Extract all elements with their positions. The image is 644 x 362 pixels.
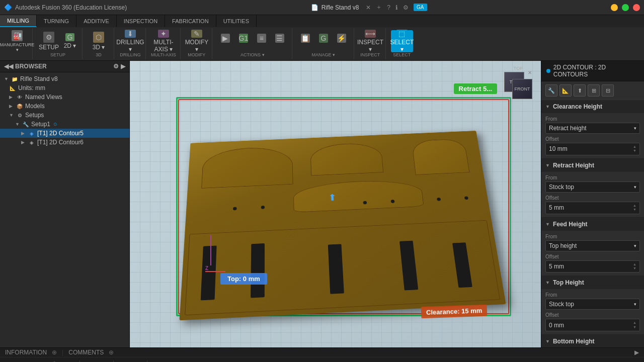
tab-milling[interactable]: MILLING [0, 15, 37, 27]
file-icon: 📄 [311, 4, 318, 11]
section-arrow: ▼ [545, 339, 550, 344]
tab-turning[interactable]: TURNING [37, 15, 76, 27]
tree-item-contour5[interactable]: ▶ ◈ [T1] 2D Contour5 [0, 129, 129, 138]
top-from-select[interactable]: Stock top ▾ [545, 299, 640, 310]
feed-offset-input[interactable]: 5 mm ▲ ▼ [545, 260, 640, 273]
action4-button[interactable]: ☰ [272, 30, 288, 46]
panel-tool2-button[interactable]: 📐 [559, 84, 572, 97]
add-doc-icon[interactable]: ＋ [376, 3, 382, 12]
tab-additive[interactable]: ADDITIVE [76, 15, 117, 27]
tree-item-models[interactable]: ▶ 📦 Models [0, 102, 129, 111]
panel-tool3-button[interactable]: ⬆ [574, 84, 586, 97]
feed-from-select[interactable]: Top height ▾ [545, 240, 640, 251]
grid-icon[interactable]: ⊞ [83, 359, 95, 362]
modify-button[interactable]: ✎ MODIFY ▾ [186, 30, 208, 52]
action2-button[interactable]: G1 [235, 30, 252, 46]
panel-collapse-icon[interactable]: ▶ [634, 349, 639, 356]
collapse-icon[interactable]: ◀◀ [4, 63, 13, 70]
cube-close-icon[interactable]: ✕ [528, 70, 532, 75]
group-inspect: ⟷ INSPECT ▾ INSPECT [355, 28, 386, 59]
spin-up-icon[interactable]: ▲ [633, 262, 636, 266]
3d-icon: ⬡ [93, 32, 104, 43]
section-feed-height-header[interactable]: ▼ Feed Height [541, 218, 644, 231]
action1-button[interactable]: ▶ [217, 30, 233, 46]
panel-tool1-button[interactable]: 🔧 [545, 84, 557, 97]
tab-utilities[interactable]: UTILITIES [216, 15, 257, 27]
select-tool-icon[interactable]: ◈ [150, 359, 163, 362]
info-expand-icon[interactable]: ⊕ [52, 349, 57, 356]
inspect-button[interactable]: ⟷ INSPECT ▾ [359, 30, 381, 52]
tree-item-setup1[interactable]: ▼ 🔧 Setup1 ⊙ [0, 120, 129, 129]
viewport[interactable]: ⬆ Z Retract 5... Top: 0 mm Clearance: 15… [130, 61, 541, 347]
spin-arrows[interactable]: ▲ ▼ [633, 204, 636, 212]
tab-inspection[interactable]: INSPECTION [117, 15, 165, 27]
section-clearance-height-header[interactable]: ▼ Clearance Height [541, 100, 644, 113]
panel-tool4-button[interactable]: ⊞ [588, 84, 600, 97]
clearance-from-select[interactable]: Retract height ▾ [545, 123, 640, 134]
retract-from-select[interactable]: Stock top ▾ [545, 182, 640, 193]
spin-arrows[interactable]: ▲ ▼ [633, 262, 636, 271]
select-button[interactable]: ⬚ SELECT ▾ [391, 30, 413, 52]
display-icon[interactable]: ▣ [98, 359, 110, 362]
tree-arrow: ▶ [21, 140, 26, 145]
setup-button[interactable]: ⚙ SETUP [38, 30, 60, 52]
close-doc-icon[interactable]: ✕ [366, 4, 371, 11]
top-offset-input[interactable]: 0 mm ▲ ▼ [545, 319, 640, 331]
retract-offset-input[interactable]: 5 mm ▲ ▼ [545, 202, 640, 214]
sketch-icon[interactable]: ✦ [166, 359, 178, 362]
manage3-button[interactable]: ⚡ [334, 30, 350, 46]
panel-tool5-button[interactable]: ⊟ [602, 84, 614, 97]
manage2-button[interactable]: G [315, 30, 332, 46]
section-bottom-height-header[interactable]: ▼ Bottom Height [541, 335, 644, 347]
manufacture-dropdown-button[interactable]: 🏭 MANUFACTURE ▾ [6, 30, 28, 52]
tree-item-namedviews[interactable]: ▶ 👁 Named Views [0, 93, 129, 102]
spin-up-icon[interactable]: ▲ [633, 321, 636, 325]
home-icon[interactable]: ⌂ [4, 359, 16, 362]
spin-down-icon[interactable]: ▼ [633, 325, 636, 329]
zoom-icon[interactable]: 🔍 [49, 359, 61, 362]
manage1-button[interactable]: 📋 [297, 30, 313, 46]
tree-item-contour6[interactable]: ▶ ◈ [T1] 2D Contour6 [0, 138, 129, 147]
fit-icon[interactable]: ⊙ [64, 359, 76, 362]
spin-down-icon[interactable]: ▼ [633, 266, 636, 270]
pan-icon[interactable]: ✋ [34, 359, 46, 362]
clearance-offset-input[interactable]: 10 mm ▲ ▼ [545, 143, 640, 155]
drilling-button[interactable]: ⬇ DRILLING ▾ [119, 30, 141, 52]
multiaxis-button[interactable]: ✦ MULTI-AXIS ▾ [152, 30, 175, 52]
spin-arrows[interactable]: ▲ ▼ [633, 321, 636, 329]
spin-up-icon[interactable]: ▲ [633, 145, 636, 149]
main-area: ◀◀ BROWSER ⚙ ▶ ▼ 📁 Rifle Stand v8 📐 Unit… [0, 61, 644, 347]
spin-arrows[interactable]: ▲ ▼ [633, 145, 636, 153]
tree-item-root[interactable]: ▼ 📁 Rifle Stand v8 [0, 74, 129, 83]
info2-icon[interactable]: ℹ [395, 4, 398, 11]
tree-arrow: ▶ [9, 104, 14, 109]
spin-down-icon[interactable]: ▼ [633, 149, 636, 153]
section-retract-height-header[interactable]: ▼ Retract Height [541, 159, 644, 172]
help-icon[interactable]: ? [387, 4, 390, 11]
group-3d: ⬡ 3D ▾ 3D [84, 28, 114, 59]
section-icon[interactable]: ◫ [117, 359, 129, 362]
close-button[interactable] [633, 4, 640, 11]
comments-expand-icon[interactable]: ⊕ [109, 349, 114, 356]
settings-icon[interactable]: ⚙ [403, 4, 409, 11]
spin-up-icon[interactable]: ▲ [633, 204, 636, 208]
3d-button[interactable]: ⬡ 3D ▾ [88, 30, 110, 52]
action3-button[interactable]: ≡ [254, 30, 270, 46]
animate-icon[interactable]: ⟳ [132, 359, 144, 362]
setups-icon: ⚙ [16, 112, 23, 119]
2d-dropdown-button[interactable]: G 2D ▾ [62, 33, 78, 49]
tree-item-setups[interactable]: ▼ ⚙ Setups [0, 111, 129, 120]
section-bottom-height: ▼ Bottom Height From Selected contour(s)… [541, 335, 644, 347]
tab-fabrication[interactable]: FABRICATION [165, 15, 216, 27]
group-setup: ⚙ SETUP G 2D ▾ SETUP [34, 28, 83, 59]
browser-expand-icon[interactable]: ▶ [121, 63, 125, 70]
browser-settings-icon[interactable]: ⚙ [113, 63, 119, 70]
cube-front-face[interactable]: FRONT [512, 79, 532, 99]
minimize-button[interactable] [611, 4, 618, 11]
group-manage: 📋 G ⚡ MANAGE ▾ [293, 28, 354, 59]
maximize-button[interactable] [622, 4, 629, 11]
spin-down-icon[interactable]: ▼ [633, 208, 636, 212]
top-label: Top: 0 mm [220, 273, 267, 285]
section-top-height-header[interactable]: ▼ Top Height [541, 276, 644, 289]
orbit-icon[interactable]: ⊕ [19, 359, 31, 362]
